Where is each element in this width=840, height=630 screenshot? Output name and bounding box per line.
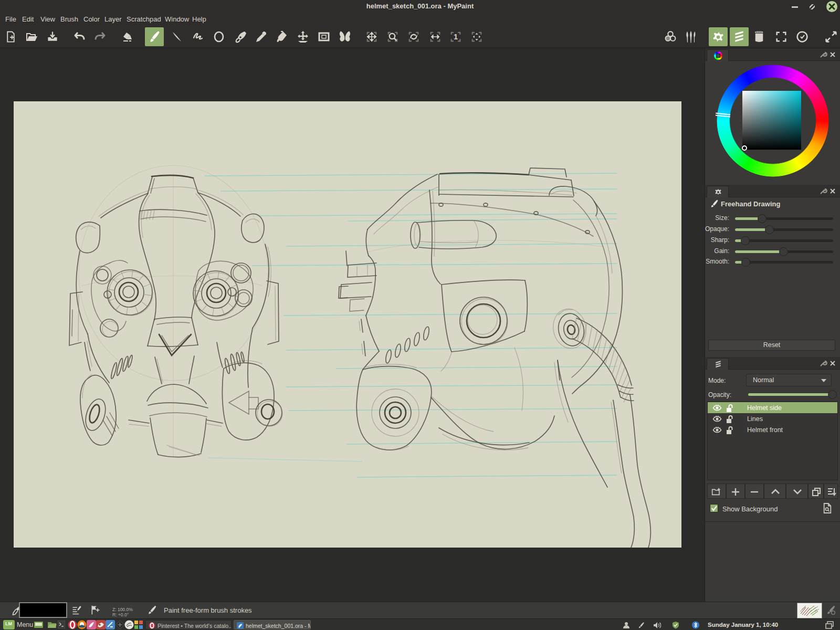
svg-text:1: 1 [454, 33, 458, 41]
